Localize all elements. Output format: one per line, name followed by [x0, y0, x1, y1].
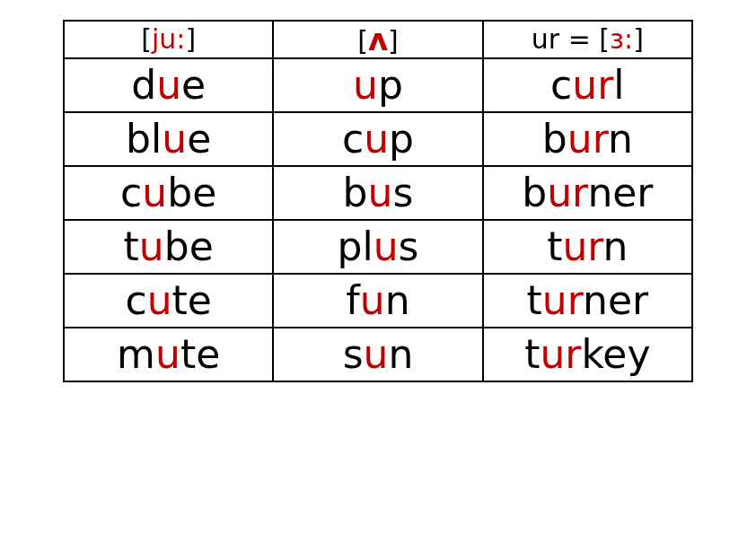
text-segment: ur = [	[532, 23, 610, 55]
table-row: bluecupburn	[64, 112, 692, 166]
text-segment: u	[364, 116, 389, 162]
text-segment: n	[608, 116, 633, 162]
word-cell: tube	[64, 220, 273, 274]
header-row: [ju:][ʌ]ur = [ɜ:]	[64, 21, 692, 58]
text-segment: c	[550, 62, 572, 108]
table-row: tubeplusturn	[64, 220, 692, 274]
text-segment: s	[392, 170, 413, 215]
text-segment: ʌ	[368, 22, 388, 57]
text-segment: ]	[185, 23, 196, 55]
text-segment: p	[378, 62, 403, 108]
word-cell: mute	[64, 328, 273, 381]
text-segment: [	[141, 23, 152, 55]
text-segment: b	[522, 170, 547, 215]
text-segment: s	[343, 331, 364, 377]
word-cell: due	[64, 58, 273, 112]
text-segment: key	[581, 331, 650, 377]
word-cell: cute	[64, 274, 273, 328]
text-segment: be	[164, 223, 214, 269]
text-segment: t	[547, 223, 562, 269]
word-cell: cube	[64, 166, 273, 220]
text-segment: t	[527, 277, 542, 323]
text-segment: m	[117, 331, 155, 377]
text-segment: ɜ:	[610, 23, 633, 55]
text-segment: u	[360, 277, 385, 323]
text-segment: u	[156, 62, 181, 108]
text-segment: t	[124, 223, 139, 269]
text-segment: b	[542, 116, 567, 162]
text-segment: n	[388, 331, 413, 377]
word-cell: blue	[64, 112, 273, 166]
table-row: mutesunturkey	[64, 328, 692, 381]
text-segment: [	[357, 25, 368, 57]
phonics-table: [ju:][ʌ]ur = [ɜ:] dueupcurlbluecupburncu…	[63, 20, 693, 382]
table-body: dueupcurlbluecupburncubebusburnertubeplu…	[64, 58, 692, 381]
table-row: cutefunturner	[64, 274, 692, 328]
word-cell: bus	[273, 166, 482, 220]
text-segment: t	[524, 331, 540, 377]
text-segment: u	[139, 223, 164, 269]
table-row: dueupcurl	[64, 58, 692, 112]
text-segment: ]	[388, 25, 399, 57]
word-cell: curl	[483, 58, 692, 112]
text-segment: s	[399, 223, 419, 269]
text-segment: ur	[540, 331, 581, 377]
page-wrapper: [ju:][ʌ]ur = [ɜ:] dueupcurlbluecupburncu…	[0, 0, 756, 382]
text-segment: ur	[562, 223, 602, 269]
word-cell: up	[273, 58, 482, 112]
text-segment: u	[147, 277, 172, 323]
text-segment: l	[613, 62, 624, 108]
word-cell: turner	[483, 274, 692, 328]
text-segment: c	[125, 277, 146, 323]
column-header: [ʌ]	[273, 21, 482, 58]
text-segment: u	[374, 223, 399, 269]
text-segment: e	[187, 116, 211, 162]
word-cell: sun	[273, 328, 482, 381]
text-segment: c	[120, 170, 142, 215]
text-segment: b	[343, 170, 368, 215]
text-segment: f	[346, 277, 360, 323]
text-segment: c	[342, 116, 364, 162]
text-segment: u	[368, 170, 393, 215]
text-segment: u	[364, 331, 389, 377]
text-segment: ner	[583, 277, 648, 323]
table-row: cubebusburner	[64, 166, 692, 220]
text-segment: n	[385, 277, 410, 323]
text-segment: u	[155, 331, 180, 377]
text-segment: pl	[338, 223, 374, 269]
text-segment: e	[181, 62, 206, 108]
text-segment: ner	[587, 170, 653, 215]
text-segment: p	[389, 116, 414, 162]
word-cell: turn	[483, 220, 692, 274]
text-segment: be	[167, 170, 216, 215]
word-cell: burner	[483, 166, 692, 220]
text-segment: ur	[567, 116, 608, 162]
text-segment: d	[131, 62, 156, 108]
text-segment: ur	[547, 170, 587, 215]
text-segment: te	[172, 277, 212, 323]
column-header: ur = [ɜ:]	[483, 21, 692, 58]
word-cell: burn	[483, 112, 692, 166]
text-segment: te	[180, 331, 220, 377]
text-segment: bl	[126, 116, 162, 162]
word-cell: plus	[273, 220, 482, 274]
column-header: [ju:]	[64, 21, 273, 58]
text-segment: ur	[572, 62, 613, 108]
word-cell: turkey	[483, 328, 692, 381]
text-segment: ur	[542, 277, 583, 323]
word-cell: fun	[273, 274, 482, 328]
text-segment: ]	[633, 23, 644, 55]
text-segment: u	[142, 170, 167, 215]
table-header: [ju:][ʌ]ur = [ɜ:]	[64, 21, 692, 58]
text-segment: u	[353, 62, 378, 108]
text-segment: n	[603, 223, 629, 269]
text-segment: ju:	[152, 23, 185, 55]
word-cell: cup	[273, 112, 482, 166]
text-segment: u	[162, 116, 187, 162]
